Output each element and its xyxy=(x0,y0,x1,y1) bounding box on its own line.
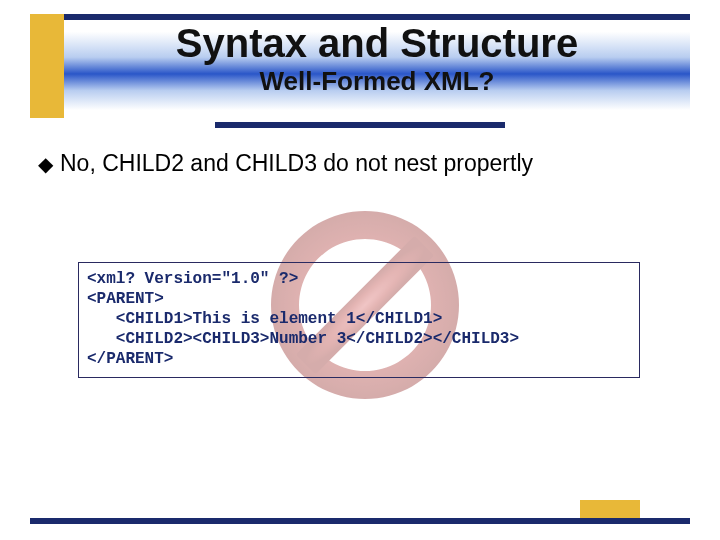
slide-subtitle: Well-Formed XML? xyxy=(64,66,690,97)
title-block: Syntax and Structure Well-Formed XML? xyxy=(64,20,690,118)
slide: Syntax and Structure Well-Formed XML? ◆N… xyxy=(0,0,720,540)
title-text-wrap: Syntax and Structure Well-Formed XML? xyxy=(64,22,690,97)
bottom-rule xyxy=(30,518,690,524)
code-example-box: <xml? Version="1.0" ?> <PARENT> <CHILD1>… xyxy=(78,262,640,378)
code-line: <PARENT> xyxy=(87,290,164,308)
bullet-line: ◆No, CHILD2 and CHILD3 do not nest prope… xyxy=(38,150,680,177)
subtitle-underline xyxy=(215,122,505,128)
slide-title: Syntax and Structure xyxy=(64,22,690,64)
bullet-text: No, CHILD2 and CHILD3 do not nest proper… xyxy=(60,150,533,176)
bullet-icon: ◆ xyxy=(38,152,60,176)
title-side-gold-bar xyxy=(30,14,64,118)
code-line: <CHILD2><CHILD3>Number 3</CHILD2></CHILD… xyxy=(87,330,519,348)
code-line: <CHILD1>This is element 1</CHILD1> xyxy=(87,310,442,328)
code-line: </PARENT> xyxy=(87,350,173,368)
code-line: <xml? Version="1.0" ?> xyxy=(87,270,298,288)
